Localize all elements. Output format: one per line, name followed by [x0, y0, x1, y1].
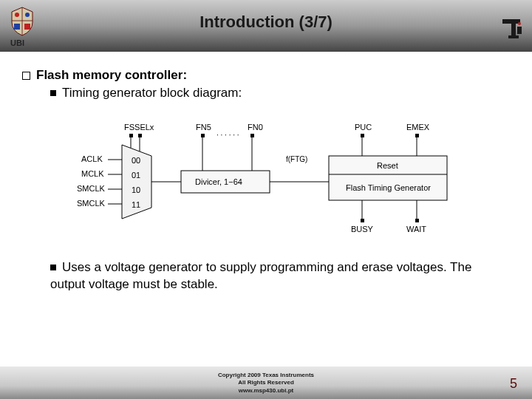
bullet-box-icon: [22, 72, 30, 80]
svg-rect-4: [517, 27, 522, 34]
mux-01: 01: [132, 171, 140, 180]
svg-rect-3: [24, 24, 30, 30]
ubi-logo: [6, 4, 38, 37]
svg-rect-18: [250, 134, 254, 137]
busy-label: BUSY: [351, 225, 374, 233]
svg-rect-16: [201, 134, 205, 137]
fsselx-label: FSSELx: [124, 123, 154, 132]
fn0-label: FN0: [248, 123, 263, 132]
mux-00: 00: [132, 156, 140, 165]
mux-11: 11: [132, 200, 140, 209]
copyright-line1: Copyright 2009 Texas Instruments: [218, 372, 314, 378]
fftg-label: f(FTG): [286, 155, 307, 163]
svg-point-1: [25, 13, 30, 17]
copyright-url: www.msp430.ubi.pt: [239, 387, 293, 394]
sub-bullet-1-text: Timing generator block diagram:: [62, 86, 242, 100]
emex-label: EMEX: [406, 123, 430, 132]
svg-rect-6: [129, 134, 133, 137]
mux-10: 10: [132, 185, 140, 194]
main-bullet: Flash memory controller:: [22, 68, 510, 83]
page-number: 5: [510, 376, 517, 392]
aclk-label: ACLK: [81, 154, 103, 163]
fn5-label: FN5: [196, 123, 211, 132]
svg-rect-25: [415, 134, 419, 137]
mclk-label: MCLK: [81, 169, 104, 178]
svg-rect-2: [14, 24, 20, 30]
smclk-label-2: SMCLK: [77, 199, 106, 208]
header-bar: UBI Introduction (3/7): [0, 0, 532, 52]
bullet-square-icon: [50, 265, 56, 270]
reset-label: Reset: [377, 161, 398, 170]
sub-bullet-1: Timing generator block diagram:: [50, 86, 510, 100]
ti-logo: [498, 13, 525, 40]
sub-bullet-2-text: Uses a voltage generator to supply progr…: [50, 260, 471, 291]
svg-rect-28: [361, 219, 364, 222]
main-bullet-text: Flash memory controller:: [36, 68, 187, 82]
svg-rect-23: [361, 134, 364, 137]
copyright-line2: All Rights Reserved: [238, 379, 294, 386]
divider-label: Divicer, 1−64: [195, 177, 242, 186]
svg-point-5: [518, 22, 521, 25]
svg-rect-7: [138, 134, 142, 137]
page-title: Introduction (3/7): [0, 13, 532, 32]
fn-dots: · · · · · ·: [216, 131, 239, 139]
svg-point-0: [15, 13, 19, 17]
puc-label: PUC: [355, 123, 372, 132]
sub-bullet-2: Uses a voltage generator to supply progr…: [50, 259, 510, 293]
footer-bar: Copyright 2009 Texas Instruments All Rig…: [0, 366, 532, 399]
smclk-label-1: SMCLK: [77, 184, 106, 193]
ubi-label: UBI: [10, 38, 24, 47]
wait-label: WAIT: [406, 225, 426, 233]
svg-rect-30: [415, 219, 419, 222]
ftg-label: Flash Timing Generator: [346, 183, 431, 192]
bullet-square-icon: [50, 90, 56, 96]
copyright-text: Copyright 2009 Texas Instruments All Rig…: [0, 372, 532, 395]
block-diagram: 00 01 10 11 FSSELx ACLK MCLK SMCLK SMCLK…: [59, 115, 473, 237]
content-area: Flash memory controller: Timing generato…: [0, 52, 532, 293]
